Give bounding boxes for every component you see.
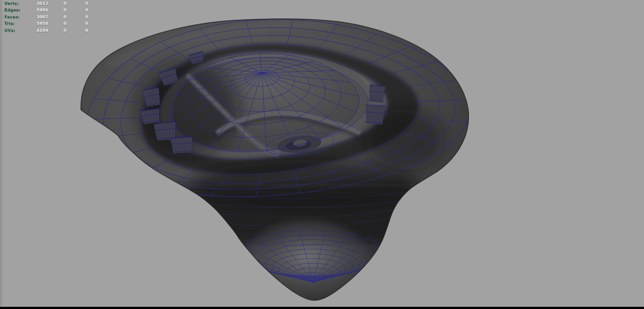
hud-edges-value-col2: 0 <box>64 7 67 13</box>
hud-verts-value-total: 3012 <box>37 0 48 7</box>
hud-row-verts: Verts:301200 <box>0 0 113 7</box>
hud-faces-label: Faces: <box>4 14 20 20</box>
hud-poly-count: Verts:301200Edges:599600Faces:300700Tris… <box>0 0 113 34</box>
nub-cluster <box>368 84 386 103</box>
viewport-canvas[interactable] <box>0 0 644 309</box>
hud-tris-value-total: 5958 <box>37 20 48 27</box>
hud-tris-value-col2: 0 <box>64 20 67 27</box>
hud-tris-value-col3: 0 <box>85 20 88 27</box>
hud-row-tris: Tris:595800 <box>0 20 113 27</box>
hud-row-edges: Edges:599600 <box>0 7 113 13</box>
hud-faces-value-total: 3007 <box>37 14 48 20</box>
nub-cluster <box>140 107 161 125</box>
hud-faces-value-col3: 0 <box>85 14 88 20</box>
hud-faces-value-col2: 0 <box>64 14 67 20</box>
hud-uvs-value-total: 4199 <box>37 27 48 34</box>
hud-verts-value-col3: 0 <box>85 0 88 7</box>
hud-verts-label: Verts: <box>4 0 19 7</box>
hud-row-uvs: UVs:419900 <box>0 27 113 34</box>
hud-uvs-value-col3: 0 <box>85 27 88 34</box>
viewport[interactable]: Verts:301200Edges:599600Faces:300700Tris… <box>0 0 644 309</box>
hud-row-faces: Faces:300700 <box>0 14 113 20</box>
nub-cluster <box>365 104 386 125</box>
hud-tris-label: Tris: <box>4 20 15 27</box>
hud-uvs-label: UVs: <box>4 27 15 34</box>
nub-cluster <box>171 136 194 153</box>
hud-edges-value-total: 5996 <box>37 7 48 13</box>
viewport-bottom-border <box>0 307 644 309</box>
hud-edges-value-col3: 0 <box>85 7 88 13</box>
viewport-left-border <box>0 0 2 309</box>
hud-edges-label: Edges: <box>4 7 20 13</box>
hud-verts-value-col2: 0 <box>64 0 67 7</box>
hud-uvs-value-col2: 0 <box>64 27 67 34</box>
